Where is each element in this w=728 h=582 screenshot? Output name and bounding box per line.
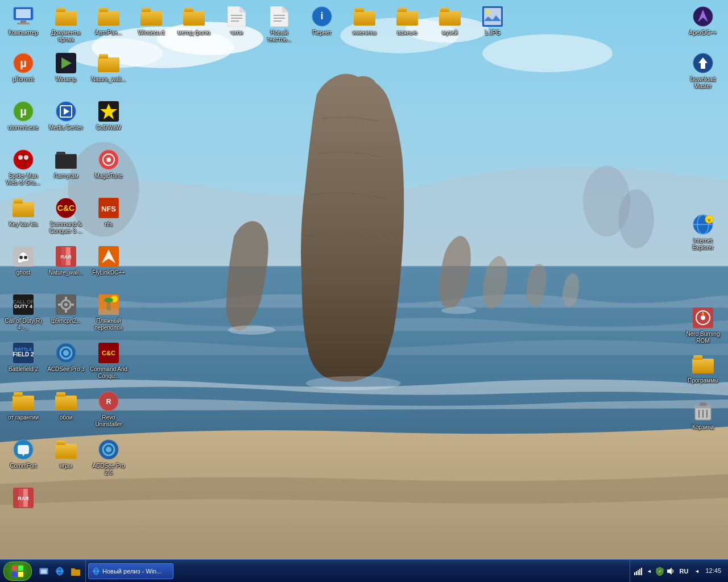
icon-apexdc-label: ApexDC++: [689, 30, 717, 36]
icon-photofolder[interactable]: метод фолю: [173, 3, 214, 48]
icon-beach-game[interactable]: Пляжный переполох: [88, 291, 129, 336]
icon-ghost[interactable]: ghost: [3, 243, 44, 288]
icon-laptugam[interactable]: Лаптугам: [46, 146, 86, 192]
icon-programs-label: Программы: [688, 377, 718, 384]
icon-utorrent[interactable]: µ µTorrent: [3, 49, 44, 95]
icon-nature-wall2[interactable]: RAR Nature_wall...: [46, 243, 86, 288]
quick-ie-icon: [55, 567, 64, 576]
svg-point-77: [104, 298, 113, 302]
icon-cnc3-label: Command & Conquer 3 ...: [47, 221, 85, 235]
cnc3-icon: C&C: [55, 197, 77, 219]
icon-cnc3[interactable]: C&C Command & Conquer 3 ...: [46, 194, 86, 240]
icon-igry[interactable]: игры: [46, 436, 86, 481]
quick-folder-btn[interactable]: [68, 564, 83, 579]
icon-tp9[interactable]: tp9mcpn2...: [46, 291, 86, 336]
icon-winsecu-label: Winsecu.d: [138, 30, 165, 36]
icon-recycle-bin[interactable]: Корзина: [682, 397, 723, 443]
icon-magictune[interactable]: MagicTune: [88, 146, 129, 192]
icon-nature-wall-label: Nature_wall...: [91, 76, 126, 83]
icon-muzei[interactable]: музей: [429, 3, 470, 48]
icon-oboi[interactable]: обои: [46, 388, 86, 433]
icon-laptugam-label: Лаптугам: [53, 173, 78, 180]
desktop: Компьютер Документы ярлык АвтоРан...: [0, 0, 728, 582]
folder-icon: [55, 5, 77, 28]
icon-media-center[interactable]: Media Center: [46, 98, 86, 143]
text-file-icon: [225, 5, 248, 28]
icon-autorun-label: АвтоРан...: [95, 30, 122, 36]
show-desktop-icon: [39, 567, 48, 576]
icon-apexdc[interactable]: ApexDC++: [682, 3, 723, 48]
icon-autorun[interactable]: АвтоРан...: [88, 3, 129, 48]
icon-vazhnoe[interactable]: важные: [387, 3, 428, 48]
icon-photofolder-label: метод фолю: [177, 30, 210, 36]
icon-magictune-label: MagicTune: [94, 173, 122, 180]
svg-marker-24: [283, 6, 288, 12]
tray-volume-icon[interactable]: [666, 567, 675, 576]
svg-text:RAR: RAR: [18, 496, 29, 501]
icon-internet-info[interactable]: i Пернет: [301, 3, 342, 48]
nfs-icon: NFS: [97, 197, 120, 219]
icon-garanty[interactable]: от гарантии: [3, 388, 44, 433]
icon-jpg1[interactable]: 1.JPG: [472, 3, 513, 48]
icon-vazhnoe-label: важные: [397, 30, 417, 36]
icon-nfs[interactable]: NFS nfs: [88, 194, 129, 240]
svg-marker-133: [667, 568, 672, 575]
icon-cod4[interactable]: CALL OF DUTY 4 Call of Duty(R) 4 -...: [3, 291, 44, 336]
icon-download-master[interactable]: Download Master: [682, 49, 723, 95]
icon-flylink-label: FlyLinkDC++: [92, 269, 125, 276]
quick-ie-btn[interactable]: [52, 564, 67, 579]
icon-winamp[interactable]: Winamp: [46, 49, 86, 95]
gear-tp9-icon: [55, 293, 77, 316]
icon-ie-right-label: Internet Explorer: [684, 238, 722, 251]
icon-nero[interactable]: Nero Burning ROM: [682, 304, 723, 350]
icon-keykav-label: Key kav kis: [9, 221, 38, 228]
icon-acdsee3[interactable]: ACDSee Pro 3: [46, 339, 86, 385]
tray-network-icon[interactable]: [634, 567, 643, 576]
svg-rect-71: [65, 297, 67, 300]
icon-cnc-cmd[interactable]: C&C Command And Conqu...: [88, 339, 129, 385]
taskbar: Новый релиз - Win... ◄ ✓: [0, 559, 728, 582]
icon-commfort[interactable]: CommFort: [3, 436, 44, 481]
folder-key-icon: [12, 197, 35, 219]
icon-imeniny[interactable]: именины: [344, 3, 385, 48]
icon-nfs-label: nfs: [105, 221, 112, 228]
svg-rect-49: [56, 155, 76, 168]
icon-codwaw[interactable]: CoDWaW: [88, 98, 129, 143]
icon-nature-wall2-label: Nature_wall...: [48, 269, 83, 276]
icon-spiderman[interactable]: Spider Man Web of Sha...: [3, 146, 44, 192]
tray-expand-icon[interactable]: ◄: [644, 567, 653, 576]
svg-rect-74: [71, 304, 74, 306]
icon-acdsee25[interactable]: ACDSee Pro 2.5: [88, 436, 129, 481]
show-desktop-btn[interactable]: [36, 564, 51, 579]
icon-wallpaper[interactable]: RAR: [3, 484, 44, 530]
icon-newtxt[interactable]: Новый текстов...: [259, 3, 300, 48]
icon-winsecu[interactable]: Winsecu.d: [131, 3, 172, 48]
icon-flylink[interactable]: FlyLinkDC++: [88, 243, 129, 288]
svg-point-83: [63, 350, 69, 356]
icon-computer[interactable]: Компьютер: [3, 3, 44, 48]
start-button[interactable]: [3, 562, 32, 581]
icon-bf2[interactable]: BATTLE FIELD 2 Battlefield 2: [3, 339, 44, 385]
tray-more-icon[interactable]: ◄: [692, 567, 701, 576]
windows-logo-icon: [11, 565, 24, 577]
apexdc-icon: [692, 5, 714, 28]
icon-nature-wall[interactable]: Nature_wall...: [88, 49, 129, 95]
acdsee25-icon: [97, 438, 120, 461]
tray-security-icon[interactable]: ✓: [655, 567, 664, 576]
icon-utorrent-exe[interactable]: µ utorrent.exe: [3, 98, 44, 143]
svg-text:RAR: RAR: [60, 254, 72, 260]
folder-oboi-icon: [55, 390, 77, 413]
svg-rect-73: [58, 304, 61, 306]
icon-igry-label: игры: [60, 463, 72, 469]
icon-keykav[interactable]: Key kav kis: [3, 194, 44, 240]
tray-language-indicator[interactable]: RU: [677, 567, 690, 576]
icon-txt1[interactable]: чили: [216, 3, 257, 48]
tray-clock[interactable]: 12:45: [703, 567, 723, 575]
icon-revo[interactable]: R Revo Uninstaller: [88, 388, 129, 433]
icon-ie-right[interactable]: e Internet Explorer: [682, 211, 723, 256]
svg-point-91: [106, 447, 111, 452]
icon-documents[interactable]: Документы ярлык: [46, 3, 86, 48]
icon-programs[interactable]: Программы: [682, 351, 723, 396]
icon-utorrent-exe-label: utorrent.exe: [8, 124, 38, 131]
taskbar-window-btn-0[interactable]: Новый релиз - Win...: [88, 563, 173, 579]
